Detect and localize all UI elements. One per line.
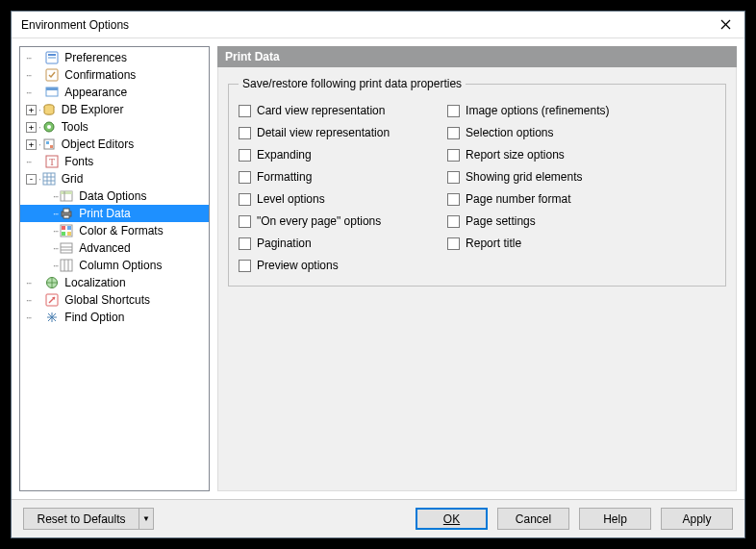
button-bar: Reset to Defaults ▼ OK Cancel Help Apply <box>12 499 744 537</box>
title-bar: Environment Options <box>12 12 744 38</box>
checkbox-label: Report title <box>466 237 521 250</box>
checkbox-icon[interactable] <box>447 105 460 117</box>
left-checkbox-0[interactable]: Card view representation <box>239 102 390 119</box>
data-options-icon <box>59 188 74 204</box>
right-checkbox-2[interactable]: Report size options <box>447 146 609 163</box>
group-title: Save/restore following print data proper… <box>239 77 466 90</box>
tree-item-column-options[interactable]: ··· Column Options <box>20 257 209 274</box>
tree-item-global-shortcuts[interactable]: ··· Global Shortcuts <box>20 291 209 309</box>
svg-rect-30 <box>62 232 65 236</box>
settings-panel: Print Data Save/restore following print … <box>217 46 737 491</box>
ok-button[interactable]: OK <box>416 508 488 530</box>
svg-rect-28 <box>62 226 65 230</box>
checkbox-label: Preview options <box>257 259 339 272</box>
close-button[interactable] <box>712 15 739 35</box>
tree-item-print-data[interactable]: ··· Print Data <box>20 205 209 222</box>
global-shortcuts-icon <box>44 292 60 308</box>
expand-icon[interactable]: + <box>26 122 37 133</box>
checkbox-label: Level options <box>257 192 325 206</box>
svg-rect-12 <box>46 141 49 144</box>
right-checkbox-4[interactable]: Page number format <box>447 190 609 208</box>
fonts-icon: T <box>44 154 60 169</box>
tree-item-fonts[interactable]: ··· T Fonts <box>20 153 209 170</box>
left-checkbox-4[interactable]: Level options <box>239 190 390 208</box>
reset-defaults-label[interactable]: Reset to Defaults <box>23 508 139 530</box>
checkbox-label: Formatting <box>257 170 312 184</box>
tree-item-color-formats[interactable]: ··· Color & Formats <box>20 222 209 239</box>
checkbox-label: Selection options <box>466 126 553 139</box>
reset-defaults-dropdown[interactable]: ▼ <box>139 508 154 530</box>
checkbox-icon[interactable] <box>239 105 251 117</box>
help-button[interactable]: Help <box>579 508 651 530</box>
left-checkbox-5[interactable]: "On every page" options <box>239 212 390 230</box>
svg-rect-3 <box>48 54 56 56</box>
right-checkbox-5[interactable]: Page settings <box>447 212 609 230</box>
svg-rect-26 <box>63 215 69 218</box>
content-area: ··· Preferences ··· Confirmations <box>12 38 744 499</box>
svg-rect-29 <box>67 226 71 230</box>
tree-item-advanced[interactable]: ··· Advanced <box>20 239 209 257</box>
checkbox-label: "On every page" options <box>257 214 381 228</box>
properties-group: Save/restore following print data proper… <box>228 77 726 287</box>
print-data-icon <box>59 206 74 221</box>
left-checkbox-6[interactable]: Pagination <box>239 235 390 252</box>
tools-icon <box>41 119 57 135</box>
find-option-icon <box>44 310 60 325</box>
right-checkbox-0[interactable]: Image options (refinements) <box>447 102 609 119</box>
checkbox-icon[interactable] <box>447 237 460 250</box>
tree-item-confirmations[interactable]: ··· Confirmations <box>20 66 209 84</box>
checkbox-icon[interactable] <box>447 149 460 162</box>
reset-defaults-button[interactable]: Reset to Defaults ▼ <box>23 508 154 530</box>
checkbox-label: Pagination <box>257 237 312 250</box>
checkbox-icon[interactable] <box>239 237 251 250</box>
tree-item-data-options[interactable]: ··· Data Options <box>20 187 209 205</box>
checkbox-label: Expanding <box>257 148 312 162</box>
apply-button[interactable]: Apply <box>661 508 733 530</box>
tree-item-object-editors[interactable]: + · Object Editors <box>20 136 209 153</box>
advanced-icon <box>59 240 74 256</box>
expand-icon[interactable]: + <box>26 105 37 115</box>
checkbox-label: Page settings <box>466 214 536 228</box>
tree-item-preferences[interactable]: ··· Preferences <box>20 49 209 66</box>
right-checkbox-1[interactable]: Selection options <box>447 124 609 141</box>
checkbox-icon[interactable] <box>447 193 460 206</box>
tree-item-tools[interactable]: + · Tools <box>20 118 209 136</box>
checkbox-icon[interactable] <box>239 260 251 272</box>
checkbox-icon[interactable] <box>447 215 460 228</box>
left-checkbox-2[interactable]: Expanding <box>239 146 390 163</box>
checkbox-icon[interactable] <box>239 193 251 206</box>
expand-icon[interactable]: + <box>26 139 37 150</box>
checkbox-label: Card view representation <box>257 104 385 117</box>
svg-rect-22 <box>61 191 72 194</box>
svg-rect-35 <box>61 260 72 271</box>
tree-item-appearance[interactable]: ··· Appearance <box>20 84 209 101</box>
close-icon <box>720 19 731 30</box>
right-checkbox-6[interactable]: Report title <box>447 235 609 252</box>
cancel-button[interactable]: Cancel <box>497 508 569 530</box>
left-checkbox-3[interactable]: Formatting <box>239 168 390 186</box>
checkbox-icon[interactable] <box>447 127 460 139</box>
tree-item-grid[interactable]: - · Grid <box>20 170 209 187</box>
dialog-window: Environment Options ··· Preferences <box>11 11 745 538</box>
left-checkbox-7[interactable]: Preview options <box>239 257 390 274</box>
checkbox-icon[interactable] <box>239 215 251 228</box>
checkbox-label: Report size options <box>466 148 565 162</box>
left-checkbox-1[interactable]: Detail view representation <box>239 124 390 141</box>
nav-tree[interactable]: ··· Preferences ··· Confirmations <box>19 46 210 491</box>
checkbox-icon[interactable] <box>447 171 460 184</box>
tree-item-find-option[interactable]: ··· Find Option <box>20 309 209 326</box>
checkbox-icon[interactable] <box>239 171 251 184</box>
grid-icon <box>41 171 57 187</box>
svg-text:T: T <box>49 157 55 167</box>
collapse-icon[interactable]: - <box>26 174 37 185</box>
tree-item-db-explorer[interactable]: + · DB Explorer <box>20 101 209 118</box>
svg-rect-16 <box>43 173 55 185</box>
checkbox-icon[interactable] <box>239 149 251 162</box>
localization-icon <box>44 275 60 290</box>
db-explorer-icon <box>41 102 57 117</box>
right-checkbox-3[interactable]: Showing grid elements <box>447 168 609 186</box>
tree-item-localization[interactable]: ··· Localization <box>20 274 209 291</box>
color-formats-icon <box>59 223 74 238</box>
checkbox-label: Image options (refinements) <box>466 104 609 117</box>
checkbox-icon[interactable] <box>239 127 251 139</box>
